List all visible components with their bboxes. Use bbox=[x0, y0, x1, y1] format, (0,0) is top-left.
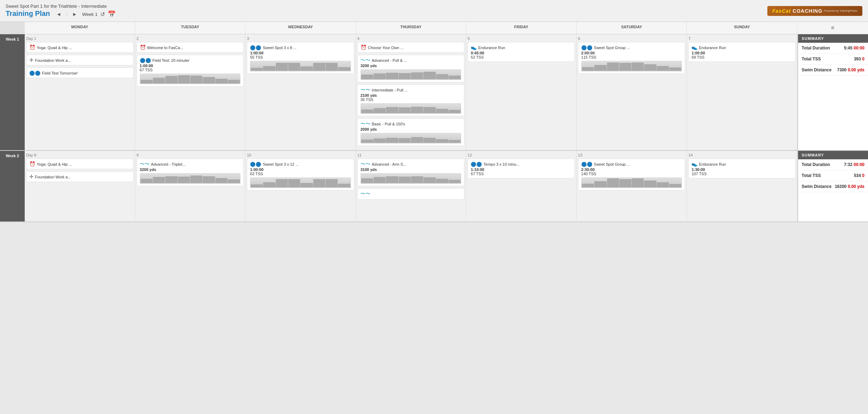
menu-icon[interactable]: ≡ bbox=[797, 22, 868, 34]
activity-tss: 67 TSS bbox=[471, 172, 572, 176]
activity-name: Advanced - Triplet... bbox=[151, 162, 186, 166]
activity-duration: 1:00:00 bbox=[691, 51, 792, 55]
activity-duration: 2:00:00 bbox=[581, 51, 682, 55]
swim-distance-value: 7300 0.00 yds bbox=[837, 67, 864, 72]
week1-summary: SUMMARY Total Duration 5:45 00:00 Total … bbox=[797, 34, 868, 150]
activity-name: Tempo 3 x 10 minu... bbox=[483, 162, 519, 166]
activity-name: Field Test: 20 minuter bbox=[153, 58, 190, 63]
activity-card[interactable]: 〜〜Intermediate - Pull ... 2100 yds 35 TS… bbox=[357, 84, 465, 116]
yoga-icon: ⏰ bbox=[361, 45, 367, 50]
week2-day13-label: 13 bbox=[578, 153, 685, 157]
activity-card[interactable]: ✛Foundation Work a... bbox=[26, 171, 133, 182]
current-week-label: Week 1 bbox=[82, 12, 97, 17]
swim-distance-value: 16200 0.00 yds bbox=[835, 184, 864, 189]
prev-week-button[interactable]: ◄ bbox=[54, 11, 64, 18]
week2-day12-cell: 12 ⬤⬤Tempo 3 x 10 minu... 1:10:00 67 TSS bbox=[466, 151, 577, 221]
week1-day4-label: 4 bbox=[357, 36, 465, 41]
activity-tss: 107 TSS bbox=[691, 172, 792, 176]
week-2-label: Week 2 bbox=[0, 151, 25, 221]
saturday-header: SATURDAY bbox=[577, 22, 687, 34]
activity-chart bbox=[361, 133, 462, 143]
activity-chart bbox=[581, 177, 682, 188]
activity-duration: 2:30:00 bbox=[581, 167, 682, 172]
activity-name: Endurance Run bbox=[478, 46, 505, 50]
activity-card[interactable]: ⬤⬤Field Test Tomorrow! bbox=[26, 67, 133, 78]
activity-yds: 3200 yds bbox=[140, 167, 241, 172]
activity-chart bbox=[361, 173, 462, 184]
week2-day10-cell: 10 ⬤⬤Sweet Spot 3 x 12 ... 1:00:00 63 TS… bbox=[245, 151, 356, 221]
week-2-row: Week 2 Day 8 ⏰Yoga: Quad & Hip ... ✛Foun… bbox=[0, 151, 868, 222]
activity-yds: 3100 yds bbox=[361, 167, 462, 172]
activity-card[interactable]: ⬤⬤Sweet Spot 3 x 8 ... 1:00:00 55 TSS bbox=[247, 42, 354, 74]
activity-tss: 52 TSS bbox=[471, 55, 572, 59]
activity-card[interactable]: ⏰Choose Your Own ... bbox=[357, 42, 465, 53]
activity-name: Advanced - Pull & ... bbox=[372, 58, 407, 63]
activity-duration: 1:10:00 bbox=[471, 167, 572, 172]
week-1-row: Week 1 Day 1 ⏰Yoga: Quad & Hip ... ✛Foun… bbox=[0, 34, 868, 151]
activity-name: Basic - Pull & 150's bbox=[372, 122, 405, 126]
activity-tss: 115 TSS bbox=[581, 55, 682, 59]
activity-card[interactable]: ⬤⬤Sweet Spot Group ... 2:30:00 140 TSS bbox=[578, 159, 685, 190]
activity-card[interactable]: 〜〜Advanced - Triplet... 3200 yds bbox=[137, 159, 244, 186]
activity-name: Yoga: Quad & Hip ... bbox=[37, 162, 72, 166]
activity-card[interactable]: 〜〜 bbox=[357, 188, 465, 200]
calendar-button[interactable]: 📅 bbox=[108, 10, 115, 18]
total-tss-row: Total TSS 393 0 bbox=[798, 54, 868, 65]
thursday-header: THURSDAY bbox=[356, 22, 466, 34]
activity-card[interactable]: ✛Foundation Work a... bbox=[26, 55, 133, 65]
activity-card[interactable]: ⏰Yoga: Quad & Hip ... bbox=[26, 42, 133, 53]
activity-duration: 1:00:00 bbox=[250, 51, 351, 55]
week2-day13-cell: 13 ⬤⬤Sweet Spot Group ... 2:30:00 140 TS… bbox=[577, 151, 687, 221]
activity-name: Sweet Spot 3 x 12 ... bbox=[263, 162, 299, 166]
total-tss-value: 534 0 bbox=[854, 173, 864, 178]
activity-chart bbox=[250, 177, 351, 188]
activity-card[interactable]: ⏰Yoga: Quad & Hip ... bbox=[26, 159, 133, 169]
activity-card[interactable]: 〜〜Advanced - Arm S... 3100 yds bbox=[357, 159, 465, 186]
swim-icon: 〜〜 bbox=[361, 57, 370, 64]
activity-yds: 2100 yds bbox=[361, 93, 462, 97]
swim-icon: 〜〜 bbox=[361, 191, 370, 197]
activity-tss: 55 TSS bbox=[250, 55, 351, 59]
swim-icon: 〜〜 bbox=[361, 121, 370, 127]
total-duration-row: Total Duration 7:32 00:00 bbox=[798, 159, 868, 170]
week-col-header bbox=[0, 22, 25, 34]
refresh-button[interactable]: ↺ bbox=[100, 11, 105, 18]
total-tss-row: Total TSS 534 0 bbox=[798, 170, 868, 181]
week1-day1-label: Day 1 bbox=[26, 36, 133, 41]
week2-day8-cell: Day 8 ⏰Yoga: Quad & Hip ... ✛Foundation … bbox=[25, 151, 135, 221]
logo-area: FasCat COACHING Powered by TrainingPeaks bbox=[767, 6, 862, 16]
activity-card[interactable]: 〜〜Advanced - Pull & ... 3200 yds bbox=[357, 55, 465, 82]
week1-day2-label: 2 bbox=[137, 36, 244, 41]
activity-card[interactable]: 👟Endurance Run 1:00:00 69 TSS bbox=[688, 42, 796, 62]
week2-day10-label: 10 bbox=[247, 153, 354, 157]
swim-icon: 〜〜 bbox=[361, 87, 370, 93]
week2-day9-cell: 9 〜〜Advanced - Triplet... 3200 yds bbox=[135, 151, 246, 221]
activity-card[interactable]: ⏰Welcome to FasCa... bbox=[137, 42, 244, 53]
swim-icon: 〜〜 bbox=[140, 161, 150, 167]
total-tss-label: Total TSS bbox=[802, 57, 821, 61]
week1-day4-cell: 4 ⏰Choose Your Own ... 〜〜Advanced - Pull… bbox=[356, 34, 466, 150]
activity-card[interactable]: 👟Endurance Run 1:30:00 107 TSS bbox=[688, 159, 796, 178]
powered-by-text: Powered by TrainingPeaks bbox=[824, 9, 857, 12]
bike-icon: ⬤⬤ bbox=[250, 161, 261, 167]
activity-card[interactable]: ⬤⬤Sweet Spot 3 x 12 ... 1:00:00 63 TSS bbox=[247, 159, 354, 190]
swim-distance-row: Swim Distance 16200 0.00 yds bbox=[798, 181, 868, 192]
activity-tss: 63 TSS bbox=[250, 172, 351, 176]
summary-header: SUMMARY bbox=[798, 151, 868, 159]
week1-day2-cell: 2 ⏰Welcome to FasCa... ⬤⬤Field Test: 20 … bbox=[135, 34, 246, 150]
run-icon: 👟 bbox=[691, 161, 697, 167]
activity-card[interactable]: 👟Endurance Run 0:45:00 52 TSS bbox=[468, 42, 575, 62]
activity-chart bbox=[581, 61, 682, 71]
week1-day7-cell: 7 👟Endurance Run 1:00:00 69 TSS bbox=[687, 34, 797, 150]
activity-duration: 1:00:00 bbox=[250, 167, 351, 172]
activity-card[interactable]: ⬤⬤Tempo 3 x 10 minu... 1:10:00 67 TSS bbox=[468, 159, 575, 178]
bike-icon: ⬤⬤ bbox=[471, 161, 482, 167]
total-duration-value: 7:32 00:00 bbox=[844, 162, 864, 167]
next-week-button[interactable]: ► bbox=[70, 11, 79, 18]
activity-card[interactable]: ⬤⬤Sweet Spot Group ... 2:00:00 115 TSS bbox=[578, 42, 685, 74]
activity-card[interactable]: 〜〜Basic - Pull & 150's 2000 yds bbox=[357, 118, 465, 146]
run-icon: 👟 bbox=[691, 45, 697, 50]
activity-card[interactable]: ⬤⬤Field Test: 20 minuter 1:00:00 67 TSS bbox=[137, 55, 244, 87]
activity-name: Choose Your Own ... bbox=[368, 46, 404, 50]
week2-day11-cell: 11 〜〜Advanced - Arm S... 3100 yds 〜〜 bbox=[356, 151, 466, 221]
